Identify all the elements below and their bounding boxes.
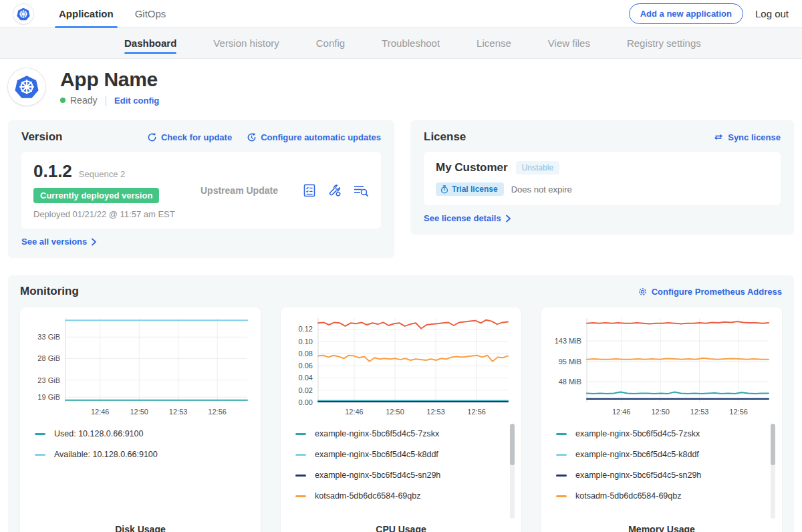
cpu-usage-chart: 12:4612:5012:5312:560.120.100.080.060.04… xyxy=(286,313,516,422)
series-color-dash xyxy=(556,433,567,435)
app-header: App Name Ready | Edit config xyxy=(0,59,802,116)
tab-view-files[interactable]: View files xyxy=(548,28,590,58)
legend-item: example-nginx-5bc6f5d4c5-k8ddf xyxy=(295,450,509,459)
legend-label: kotsadm-5db6dc6584-69qbz xyxy=(575,491,681,501)
chart-title: Memory Usage xyxy=(547,524,777,532)
legend-label: example-nginx-5bc6f5d4c5-k8ddf xyxy=(575,450,699,459)
svg-text:95 MiB: 95 MiB xyxy=(559,358,581,366)
series-color-dash xyxy=(295,454,306,456)
svg-text:12:46: 12:46 xyxy=(612,408,631,416)
svg-text:19 GiB: 19 GiB xyxy=(37,393,60,401)
legend-scrollbar[interactable] xyxy=(510,424,515,519)
check-for-update-link[interactable]: Check for update xyxy=(147,132,232,142)
license-body-card: My Customer Unstable Trial license Does … xyxy=(424,152,781,205)
version-number: 0.1.2 xyxy=(33,161,72,182)
kots-admin-dashboard: Application GitOps Add a new application… xyxy=(0,0,802,532)
legend-label: example-nginx-5bc6f5d4c5-k8ddf xyxy=(315,450,438,459)
configure-automatic-updates-link[interactable]: Configure automatic updates xyxy=(247,132,381,142)
legend-item: kotsadm-5db6dc6584-69qbz xyxy=(556,491,770,501)
series-color-dash xyxy=(556,475,567,477)
legend-label: example-nginx-5bc6f5d4c5-sn29h xyxy=(315,471,440,480)
app-status-row: Ready | Edit config xyxy=(60,95,159,106)
legend-scrollbar[interactable] xyxy=(771,424,775,519)
svg-text:12:53: 12:53 xyxy=(426,408,445,416)
disk-usage-card: 12:4612:5012:5312:5633 GiB28 GiB23 GiB19… xyxy=(20,307,261,532)
disk-usage-legend: Used: 10.128.0.66:9100 Available: 10.128… xyxy=(25,422,255,520)
svg-text:0.04: 0.04 xyxy=(299,374,313,382)
tab-config[interactable]: Config xyxy=(316,28,345,58)
currently-deployed-badge: Currently deployed version xyxy=(33,188,159,203)
svg-text:0.12: 0.12 xyxy=(299,325,313,333)
svg-text:0.10: 0.10 xyxy=(299,338,313,346)
tab-application[interactable]: Application xyxy=(51,0,122,27)
preflight-checks-icon[interactable] xyxy=(302,183,317,198)
version-title: Version xyxy=(21,130,62,144)
svg-text:12:50: 12:50 xyxy=(651,408,670,416)
gear-icon xyxy=(638,287,648,297)
svg-text:12:46: 12:46 xyxy=(345,408,364,416)
version-source: Upstream Update xyxy=(200,185,302,196)
cards-row: Version Check for update Configure autom… xyxy=(0,116,802,258)
version-card: Version Check for update Configure autom… xyxy=(8,120,394,258)
license-expiry: Does not expire xyxy=(511,184,572,194)
legend-label: example-nginx-5bc6f5d4c5-sn29h xyxy=(575,471,701,480)
legend-item: Available: 10.128.0.66:9100 xyxy=(35,450,249,459)
legend-item: kotsadm-5db6dc6584-69qbz xyxy=(295,491,509,501)
svg-text:0.06: 0.06 xyxy=(299,362,313,370)
legend-item: Used: 10.128.0.66:9100 xyxy=(35,429,249,438)
chevron-right-icon xyxy=(505,215,511,223)
see-all-versions-link[interactable]: See all versions xyxy=(21,237,97,247)
edit-config-wrench-icon[interactable] xyxy=(327,183,342,198)
divider: | xyxy=(104,95,107,106)
license-title: License xyxy=(424,130,466,144)
scrollbar-thumb[interactable] xyxy=(771,424,775,465)
memory-usage-chart: 12:4612:5012:5312:56143 MiB95 MiB48 MiB xyxy=(547,313,777,422)
svg-text:33 GiB: 33 GiB xyxy=(37,333,60,341)
chevron-right-icon xyxy=(91,238,97,246)
version-sequence: Sequence 2 xyxy=(79,169,125,179)
svg-text:12:53: 12:53 xyxy=(169,408,188,416)
memory-usage-legend: example-nginx-5bc6f5d4c5-7zskx example-n… xyxy=(547,422,777,520)
svg-text:28 GiB: 28 GiB xyxy=(37,354,60,362)
scrollbar-thumb[interactable] xyxy=(510,424,515,465)
see-license-details-link[interactable]: See license details xyxy=(424,213,511,223)
legend-item: example-nginx-5bc6f5d4c5-sn29h xyxy=(295,471,509,480)
add-new-application-button[interactable]: Add a new application xyxy=(629,3,743,24)
view-deploy-logs-icon[interactable] xyxy=(353,183,369,198)
configure-prometheus-link[interactable]: Configure Prometheus Address xyxy=(638,287,782,297)
svg-text:143 MiB: 143 MiB xyxy=(555,337,581,345)
current-version-card: 0.1.2 Sequence 2 Currently deployed vers… xyxy=(21,152,381,229)
series-color-dash xyxy=(35,454,45,456)
series-color-dash xyxy=(295,475,306,477)
brand-logo[interactable] xyxy=(13,0,33,27)
svg-text:48 MiB: 48 MiB xyxy=(559,378,581,386)
app-sub-nav: Dashboard Version history Config Trouble… xyxy=(0,28,802,59)
legend-item: example-nginx-5bc6f5d4c5-k8ddf xyxy=(556,450,770,459)
monitoring-title: Monitoring xyxy=(20,285,79,298)
svg-text:12:56: 12:56 xyxy=(208,408,227,416)
edit-config-link[interactable]: Edit config xyxy=(114,96,159,106)
chart-title: CPU Usage xyxy=(286,524,516,532)
svg-text:0.00: 0.00 xyxy=(299,398,313,406)
series-color-dash xyxy=(295,433,306,435)
top-nav: Application GitOps Add a new application… xyxy=(0,0,802,28)
logout-button[interactable]: Log out xyxy=(755,8,789,19)
tab-license[interactable]: License xyxy=(477,28,511,58)
sync-license-link[interactable]: Sync license xyxy=(713,132,781,142)
sync-icon xyxy=(713,132,724,142)
tab-dashboard[interactable]: Dashboard xyxy=(124,28,176,58)
legend-item: example-nginx-5bc6f5d4c5-sn29h xyxy=(556,471,770,480)
status-ready-dot-icon xyxy=(60,98,65,103)
deployed-timestamp: Deployed 01/21/22 @ 11:57 am EST xyxy=(33,209,200,219)
tab-version-history[interactable]: Version history xyxy=(213,28,279,58)
tab-registry-settings[interactable]: Registry settings xyxy=(627,28,701,58)
cpu-usage-legend: example-nginx-5bc6f5d4c5-7zskx example-n… xyxy=(286,422,516,520)
tab-gitops[interactable]: GitOps xyxy=(127,0,174,27)
svg-text:12:46: 12:46 xyxy=(91,408,110,416)
kubernetes-logo-icon xyxy=(13,4,33,24)
app-header-text: App Name Ready | Edit config xyxy=(60,68,159,106)
tab-troubleshoot[interactable]: Troubleshoot xyxy=(382,28,440,58)
scheduled-update-icon xyxy=(247,132,257,142)
version-card-header: Version Check for update Configure autom… xyxy=(21,130,381,144)
legend-label: example-nginx-5bc6f5d4c5-7zskx xyxy=(575,429,700,438)
